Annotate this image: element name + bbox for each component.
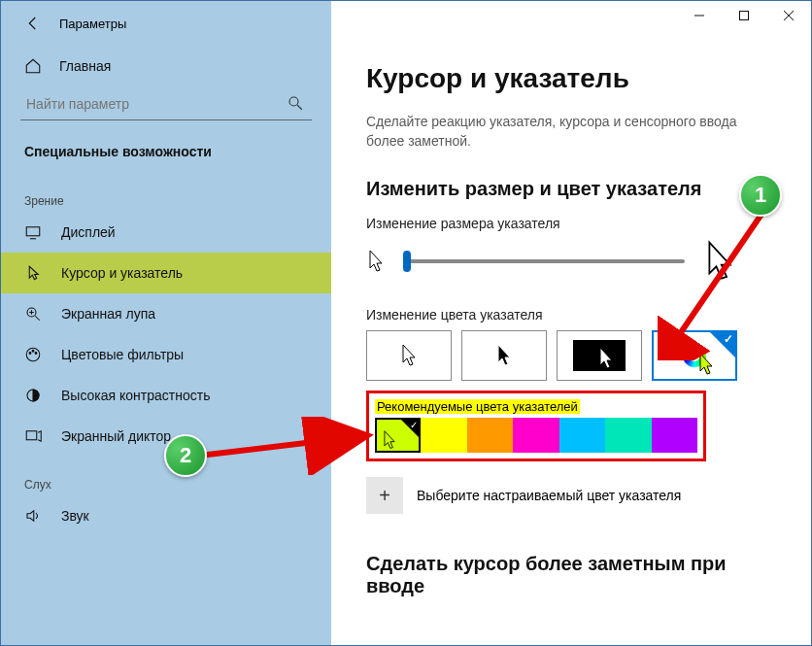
section-cursor-input-title: Сделать курсор более заметным при вводе [366,553,784,597]
recommended-color-swatch[interactable] [467,418,513,453]
recommended-color-swatch[interactable] [605,418,651,453]
pointer-size-slider[interactable] [403,259,685,263]
svg-point-0 [289,97,298,106]
recommended-color-swatch[interactable] [513,418,558,453]
pointer-color-label: Изменение цвета указателя [366,307,784,323]
palette-icon [24,346,42,363]
search-icon [287,94,304,112]
svg-point-5 [32,350,34,352]
magnifier-icon [24,305,42,323]
sidebar-item-high-contrast[interactable]: Высокая контрастность [1,375,331,416]
pointer-size-label: Изменение размера указателя [366,216,784,231]
search-input[interactable] [20,88,312,120]
titlebar [331,1,811,30]
cursor-white-icon [399,343,419,368]
minimize-button[interactable] [677,1,722,30]
recommended-colors-row [375,418,697,453]
sidebar-item-label: Высокая контрастность [61,388,210,403]
recommended-color-swatch[interactable] [375,418,421,453]
section-size-color-title: Изменить размер и цвет указателя [366,178,784,200]
pointer-color-black[interactable] [461,330,547,381]
sidebar: Параметры Главная Специальные возможност… [1,1,331,645]
selected-check-icon [710,332,735,357]
window-title: Параметры [59,17,126,31]
group-vision: Зрение [1,173,331,212]
display-icon [24,223,42,241]
sidebar-item-label: Курсор и указатель [61,265,183,281]
svg-point-4 [29,353,31,355]
sidebar-item-label: Цветовые фильтры [61,347,184,362]
custom-color-row: + Выберите настраиваемый цвет указателя [366,477,784,514]
back-icon[interactable] [24,15,42,32]
add-custom-color-button[interactable]: + [366,477,403,514]
settings-window: WINNOTE.RU Параметры Главная Специальные… [0,0,812,646]
svg-point-6 [35,353,37,355]
cursor-black-icon [494,343,514,368]
home-icon [24,57,42,75]
annotation-badge-1: 1 [739,174,782,217]
sound-icon [24,507,42,525]
sidebar-item-label: Экранная лупа [61,306,155,322]
page-subtitle: Сделайте реакцию указателя, курсора и се… [366,112,774,151]
pointer-color-custom[interactable] [652,330,737,381]
close-button[interactable] [766,1,811,30]
main-content: Курсор и указатель Сделайте реакцию указ… [331,1,811,645]
pointer-color-tiles [366,330,784,381]
home-label: Главная [59,58,111,74]
close-icon [784,11,794,20]
inverted-bg [573,340,626,371]
cursor-inverted-icon [596,346,616,371]
slider-thumb[interactable] [403,251,411,272]
page-title: Курсор и указатель [366,63,784,94]
svg-rect-9 [740,12,749,20]
search-container [20,88,312,120]
cursor-icon [24,264,42,282]
sidebar-item-magnifier[interactable]: Экранная лупа [1,293,331,334]
cursor-large-icon [702,239,737,284]
sidebar-item-sound[interactable]: Звук [1,495,331,536]
recommended-color-swatch[interactable] [559,418,605,453]
contrast-icon [24,387,42,404]
maximize-icon [739,11,749,20]
sidebar-item-display[interactable]: Дисплей [1,212,331,253]
sidebar-item-label: Дисплей [61,224,116,240]
svg-rect-1 [26,227,40,236]
pointer-color-white[interactable] [366,330,452,381]
sidebar-header: Параметры [1,15,331,48]
recommended-colors-box: Рекомендуемые цвета указателей [366,391,706,461]
svg-rect-8 [26,431,37,440]
sidebar-item-label: Звук [61,508,89,524]
recommended-color-swatch[interactable] [421,418,466,453]
check-icon [401,420,419,437]
recommended-color-swatch[interactable] [652,418,697,453]
cursor-small-icon [366,249,386,274]
sidebar-item-color-filters[interactable]: Цветовые фильтры [1,334,331,375]
category-title: Специальные возможности [1,138,331,173]
recommended-colors-title: Рекомендуемые цвета указателей [375,399,580,414]
sidebar-item-cursor[interactable]: Курсор и указатель [1,253,331,293]
custom-color-label: Выберите настраиваемый цвет указателя [417,488,681,503]
pointer-size-row [366,239,784,284]
maximize-button[interactable] [722,1,766,30]
pointer-color-inverted[interactable] [557,330,642,381]
annotation-badge-2: 2 [164,434,207,477]
home-link[interactable]: Главная [1,48,331,85]
minimize-icon [694,11,704,20]
cursor-lime-icon [381,429,398,451]
narrator-icon [24,427,42,445]
sidebar-item-label: Экранный диктор [61,428,171,444]
